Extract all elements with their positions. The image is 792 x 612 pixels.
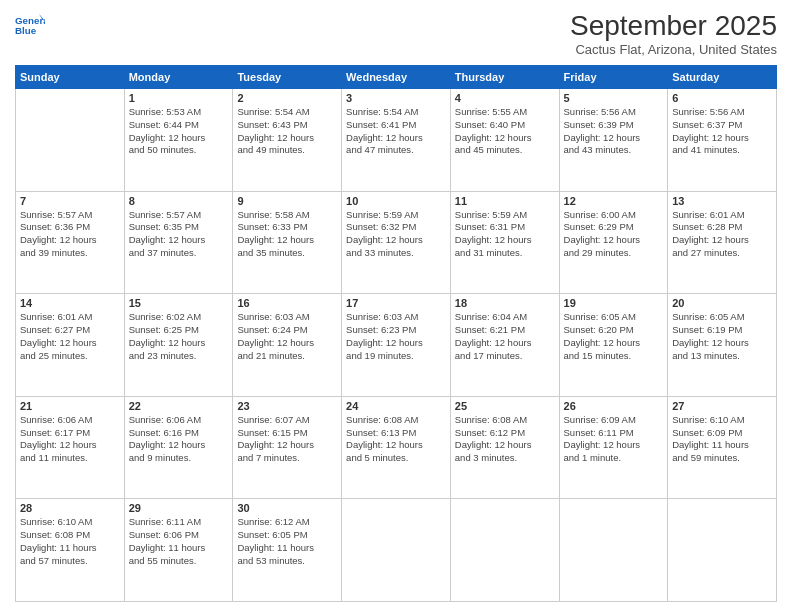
day-info: Sunrise: 5:59 AM Sunset: 6:31 PM Dayligh… <box>455 209 555 260</box>
day-number: 14 <box>20 297 120 309</box>
calendar-cell: 12Sunrise: 6:00 AM Sunset: 6:29 PM Dayli… <box>559 191 668 294</box>
day-info: Sunrise: 6:10 AM Sunset: 6:08 PM Dayligh… <box>20 516 120 567</box>
day-number: 5 <box>564 92 664 104</box>
day-info: Sunrise: 6:03 AM Sunset: 6:24 PM Dayligh… <box>237 311 337 362</box>
calendar-cell: 14Sunrise: 6:01 AM Sunset: 6:27 PM Dayli… <box>16 294 125 397</box>
header: General Blue September 2025 Cactus Flat,… <box>15 10 777 57</box>
calendar-cell: 17Sunrise: 6:03 AM Sunset: 6:23 PM Dayli… <box>342 294 451 397</box>
day-info: Sunrise: 6:10 AM Sunset: 6:09 PM Dayligh… <box>672 414 772 465</box>
logo-icon: General Blue <box>15 10 45 40</box>
calendar-cell <box>668 499 777 602</box>
day-number: 12 <box>564 195 664 207</box>
calendar-cell: 25Sunrise: 6:08 AM Sunset: 6:12 PM Dayli… <box>450 396 559 499</box>
weekday-header-thursday: Thursday <box>450 66 559 89</box>
calendar-cell: 27Sunrise: 6:10 AM Sunset: 6:09 PM Dayli… <box>668 396 777 499</box>
day-info: Sunrise: 6:08 AM Sunset: 6:12 PM Dayligh… <box>455 414 555 465</box>
day-number: 16 <box>237 297 337 309</box>
day-info: Sunrise: 6:07 AM Sunset: 6:15 PM Dayligh… <box>237 414 337 465</box>
calendar-cell: 9Sunrise: 5:58 AM Sunset: 6:33 PM Daylig… <box>233 191 342 294</box>
calendar-cell: 5Sunrise: 5:56 AM Sunset: 6:39 PM Daylig… <box>559 89 668 192</box>
calendar-cell: 22Sunrise: 6:06 AM Sunset: 6:16 PM Dayli… <box>124 396 233 499</box>
calendar-cell: 2Sunrise: 5:54 AM Sunset: 6:43 PM Daylig… <box>233 89 342 192</box>
calendar-cell: 26Sunrise: 6:09 AM Sunset: 6:11 PM Dayli… <box>559 396 668 499</box>
day-info: Sunrise: 5:54 AM Sunset: 6:41 PM Dayligh… <box>346 106 446 157</box>
day-info: Sunrise: 6:01 AM Sunset: 6:27 PM Dayligh… <box>20 311 120 362</box>
day-number: 10 <box>346 195 446 207</box>
calendar-table: SundayMondayTuesdayWednesdayThursdayFrid… <box>15 65 777 602</box>
calendar-cell: 6Sunrise: 5:56 AM Sunset: 6:37 PM Daylig… <box>668 89 777 192</box>
day-number: 30 <box>237 502 337 514</box>
day-number: 6 <box>672 92 772 104</box>
day-number: 27 <box>672 400 772 412</box>
weekday-header-wednesday: Wednesday <box>342 66 451 89</box>
day-info: Sunrise: 6:05 AM Sunset: 6:20 PM Dayligh… <box>564 311 664 362</box>
day-info: Sunrise: 5:56 AM Sunset: 6:37 PM Dayligh… <box>672 106 772 157</box>
day-number: 22 <box>129 400 229 412</box>
calendar-cell: 3Sunrise: 5:54 AM Sunset: 6:41 PM Daylig… <box>342 89 451 192</box>
day-info: Sunrise: 5:54 AM Sunset: 6:43 PM Dayligh… <box>237 106 337 157</box>
calendar-cell: 19Sunrise: 6:05 AM Sunset: 6:20 PM Dayli… <box>559 294 668 397</box>
weekday-header-sunday: Sunday <box>16 66 125 89</box>
title-block: September 2025 Cactus Flat, Arizona, Uni… <box>570 10 777 57</box>
weekday-header-monday: Monday <box>124 66 233 89</box>
calendar-cell: 30Sunrise: 6:12 AM Sunset: 6:05 PM Dayli… <box>233 499 342 602</box>
calendar-cell <box>450 499 559 602</box>
day-number: 11 <box>455 195 555 207</box>
day-info: Sunrise: 6:12 AM Sunset: 6:05 PM Dayligh… <box>237 516 337 567</box>
day-number: 8 <box>129 195 229 207</box>
calendar-cell: 10Sunrise: 5:59 AM Sunset: 6:32 PM Dayli… <box>342 191 451 294</box>
day-number: 23 <box>237 400 337 412</box>
calendar-cell: 23Sunrise: 6:07 AM Sunset: 6:15 PM Dayli… <box>233 396 342 499</box>
calendar-cell: 7Sunrise: 5:57 AM Sunset: 6:36 PM Daylig… <box>16 191 125 294</box>
weekday-header-friday: Friday <box>559 66 668 89</box>
calendar-cell: 13Sunrise: 6:01 AM Sunset: 6:28 PM Dayli… <box>668 191 777 294</box>
day-info: Sunrise: 6:09 AM Sunset: 6:11 PM Dayligh… <box>564 414 664 465</box>
calendar-cell: 11Sunrise: 5:59 AM Sunset: 6:31 PM Dayli… <box>450 191 559 294</box>
calendar-cell: 18Sunrise: 6:04 AM Sunset: 6:21 PM Dayli… <box>450 294 559 397</box>
calendar-cell <box>559 499 668 602</box>
day-number: 29 <box>129 502 229 514</box>
day-info: Sunrise: 5:55 AM Sunset: 6:40 PM Dayligh… <box>455 106 555 157</box>
calendar-cell: 4Sunrise: 5:55 AM Sunset: 6:40 PM Daylig… <box>450 89 559 192</box>
day-number: 18 <box>455 297 555 309</box>
day-number: 9 <box>237 195 337 207</box>
calendar-cell: 1Sunrise: 5:53 AM Sunset: 6:44 PM Daylig… <box>124 89 233 192</box>
day-info: Sunrise: 5:58 AM Sunset: 6:33 PM Dayligh… <box>237 209 337 260</box>
day-info: Sunrise: 5:56 AM Sunset: 6:39 PM Dayligh… <box>564 106 664 157</box>
day-number: 21 <box>20 400 120 412</box>
day-number: 4 <box>455 92 555 104</box>
day-number: 17 <box>346 297 446 309</box>
calendar-cell: 21Sunrise: 6:06 AM Sunset: 6:17 PM Dayli… <box>16 396 125 499</box>
day-number: 3 <box>346 92 446 104</box>
calendar-cell: 8Sunrise: 5:57 AM Sunset: 6:35 PM Daylig… <box>124 191 233 294</box>
logo: General Blue <box>15 10 45 40</box>
day-info: Sunrise: 6:00 AM Sunset: 6:29 PM Dayligh… <box>564 209 664 260</box>
calendar-cell: 28Sunrise: 6:10 AM Sunset: 6:08 PM Dayli… <box>16 499 125 602</box>
day-info: Sunrise: 5:57 AM Sunset: 6:35 PM Dayligh… <box>129 209 229 260</box>
calendar-cell <box>342 499 451 602</box>
day-info: Sunrise: 6:03 AM Sunset: 6:23 PM Dayligh… <box>346 311 446 362</box>
day-info: Sunrise: 5:53 AM Sunset: 6:44 PM Dayligh… <box>129 106 229 157</box>
svg-text:Blue: Blue <box>15 25 37 36</box>
day-number: 7 <box>20 195 120 207</box>
day-info: Sunrise: 6:01 AM Sunset: 6:28 PM Dayligh… <box>672 209 772 260</box>
day-number: 1 <box>129 92 229 104</box>
day-info: Sunrise: 6:06 AM Sunset: 6:17 PM Dayligh… <box>20 414 120 465</box>
day-number: 13 <box>672 195 772 207</box>
day-number: 25 <box>455 400 555 412</box>
calendar-cell <box>16 89 125 192</box>
month-title: September 2025 <box>570 10 777 42</box>
day-info: Sunrise: 6:11 AM Sunset: 6:06 PM Dayligh… <box>129 516 229 567</box>
weekday-header-saturday: Saturday <box>668 66 777 89</box>
calendar-cell: 16Sunrise: 6:03 AM Sunset: 6:24 PM Dayli… <box>233 294 342 397</box>
day-number: 28 <box>20 502 120 514</box>
day-info: Sunrise: 6:06 AM Sunset: 6:16 PM Dayligh… <box>129 414 229 465</box>
day-number: 20 <box>672 297 772 309</box>
day-number: 2 <box>237 92 337 104</box>
day-info: Sunrise: 6:04 AM Sunset: 6:21 PM Dayligh… <box>455 311 555 362</box>
page: General Blue September 2025 Cactus Flat,… <box>0 0 792 612</box>
day-info: Sunrise: 5:59 AM Sunset: 6:32 PM Dayligh… <box>346 209 446 260</box>
day-info: Sunrise: 6:02 AM Sunset: 6:25 PM Dayligh… <box>129 311 229 362</box>
day-number: 24 <box>346 400 446 412</box>
location: Cactus Flat, Arizona, United States <box>570 42 777 57</box>
